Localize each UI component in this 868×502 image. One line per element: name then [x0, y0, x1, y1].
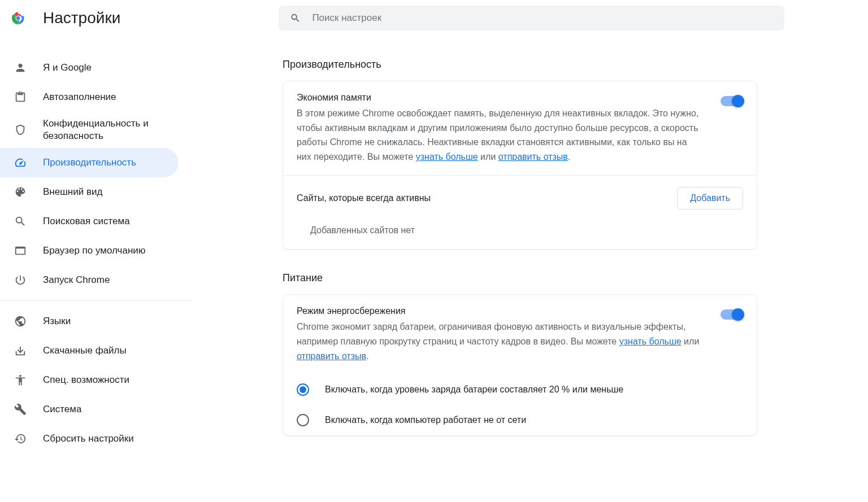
- radio-button[interactable]: [297, 414, 309, 426]
- sidebar-item-label: Конфиденциальность и безопасность: [43, 117, 165, 142]
- sidebar-item-accessibility[interactable]: Спец. возможности: [0, 365, 179, 395]
- sidebar-item-appearance[interactable]: Внешний вид: [0, 177, 179, 207]
- globe-icon: [14, 315, 27, 328]
- sidebar-item-label: Запуск Chrome: [43, 274, 110, 286]
- section-title-power: Питание: [283, 272, 757, 284]
- palette-icon: [14, 185, 27, 199]
- app-title: Настройки: [43, 9, 120, 27]
- energy-saver-title: Режим энергосбережения: [297, 306, 702, 316]
- memory-saver-card: Экономия памяти В этом режиме Chrome осв…: [283, 81, 757, 250]
- sidebar-item-performance[interactable]: Производительность: [0, 148, 179, 177]
- memory-saver-title: Экономия памяти: [297, 93, 702, 103]
- sidebar-item-label: Автозаполнение: [43, 91, 116, 103]
- sidebar-item-languages[interactable]: Языки: [0, 307, 179, 336]
- sidebar-item-label: Производительность: [43, 156, 136, 169]
- power-icon: [14, 273, 27, 287]
- sidebar-item-label: Поисковая система: [43, 215, 130, 228]
- header: Настройки: [0, 0, 868, 36]
- radio-button[interactable]: [297, 383, 309, 396]
- always-active-empty: Добавленных сайтов нет: [283, 221, 757, 249]
- always-active-row: Сайты, которые всегда активны Добавить: [283, 175, 757, 221]
- restore-icon: [14, 432, 27, 446]
- sidebar-item-label: Сбросить настройки: [43, 433, 134, 445]
- search-bar[interactable]: [279, 6, 784, 30]
- energy-saver-row: Режим энергосбережения Chrome экономит з…: [283, 295, 757, 374]
- sidebar-item-system[interactable]: Система: [0, 395, 179, 424]
- main-content: Производительность Экономия памяти В это…: [192, 36, 791, 459]
- browser-icon: [14, 244, 27, 257]
- memory-saver-row: Экономия памяти В этом режиме Chrome осв…: [283, 81, 757, 175]
- clipboard-icon: [14, 90, 27, 104]
- add-site-button[interactable]: Добавить: [677, 187, 743, 209]
- person-icon: [14, 61, 27, 75]
- always-active-label: Сайты, которые всегда активны: [297, 193, 666, 203]
- sidebar-item-you-and-google[interactable]: Я и Google: [0, 53, 179, 82]
- download-icon: [14, 344, 27, 357]
- radio-option-unplugged[interactable]: Включать, когда компьютер работает не от…: [283, 405, 757, 435]
- search-input[interactable]: [312, 12, 773, 24]
- speedometer-icon: [14, 156, 27, 169]
- section-title-performance: Производительность: [283, 59, 757, 71]
- search-icon: [290, 12, 301, 24]
- search-icon: [14, 215, 27, 228]
- sidebar-item-label: Я и Google: [43, 62, 92, 74]
- energy-saver-card: Режим энергосбережения Chrome экономит з…: [283, 294, 757, 436]
- sidebar-item-privacy-security[interactable]: Конфиденциальность и безопасность: [0, 112, 179, 148]
- svg-point-2: [16, 16, 20, 20]
- sidebar-divider: [0, 300, 192, 301]
- chrome-logo-icon: [11, 11, 25, 25]
- shield-icon: [14, 123, 27, 137]
- sidebar-item-label: Внешний вид: [43, 186, 102, 198]
- sidebar: Я и Google Автозаполнение Конфиденциальн…: [0, 36, 192, 459]
- energy-saver-toggle[interactable]: [721, 309, 743, 320]
- learn-more-link[interactable]: узнать больше: [416, 152, 478, 161]
- send-feedback-link[interactable]: отправить отзыв: [498, 152, 568, 161]
- sidebar-item-label: Спец. возможности: [43, 374, 129, 386]
- sidebar-item-search-engine[interactable]: Поисковая система: [0, 207, 179, 236]
- send-feedback-link[interactable]: отправить отзыв: [297, 351, 366, 361]
- sidebar-item-reset[interactable]: Сбросить настройки: [0, 424, 179, 453]
- sidebar-item-label: Скачанные файлы: [43, 344, 127, 357]
- energy-saver-description: Chrome экономит заряд батареи, ограничив…: [297, 320, 702, 363]
- sidebar-item-downloads[interactable]: Скачанные файлы: [0, 336, 179, 365]
- memory-saver-toggle[interactable]: [721, 96, 743, 106]
- radio-label: Включать, когда компьютер работает не от…: [325, 415, 526, 425]
- sidebar-item-default-browser[interactable]: Браузер по умолчанию: [0, 236, 179, 265]
- sidebar-item-label: Система: [43, 403, 81, 416]
- sidebar-item-on-startup[interactable]: Запуск Chrome: [0, 265, 179, 295]
- learn-more-link[interactable]: узнать больше: [619, 337, 682, 346]
- wrench-icon: [14, 403, 27, 416]
- memory-saver-description: В этом режиме Chrome освобождает память,…: [297, 106, 702, 164]
- sidebar-item-autofill[interactable]: Автозаполнение: [0, 82, 179, 112]
- sidebar-item-label: Браузер по умолчанию: [43, 245, 146, 257]
- radio-label: Включать, когда уровень заряда батареи с…: [325, 385, 623, 395]
- accessibility-icon: [14, 373, 27, 387]
- radio-option-battery-20[interactable]: Включать, когда уровень заряда батареи с…: [283, 374, 757, 405]
- sidebar-item-label: Языки: [43, 315, 71, 328]
